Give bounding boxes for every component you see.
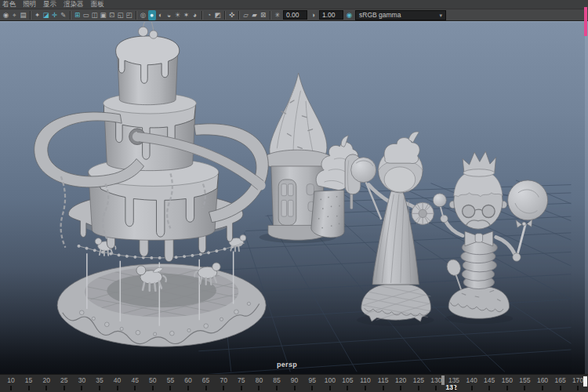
- view-transform-dropdown[interactable]: sRGB gamma ▾: [355, 10, 446, 20]
- timeline-tick-mark: [223, 386, 224, 390]
- timeline-tick-label: 30: [73, 376, 90, 384]
- select-camera-icon[interactable]: ◉: [2, 10, 10, 20]
- image-plane-icon[interactable]: ◪: [42, 10, 50, 20]
- resolution-gate-icon[interactable]: ◫: [91, 10, 99, 20]
- timeline-tick-label: 50: [144, 376, 162, 384]
- timeline-tick-mark: [524, 386, 525, 390]
- timeline-tick-label: 95: [303, 376, 321, 384]
- textured-display-icon[interactable]: ◐: [157, 10, 165, 20]
- timeline-tick-mark: [347, 386, 348, 390]
- grid-toggle-icon[interactable]: ⊞: [74, 10, 82, 20]
- menu-panels[interactable]: 面板: [91, 0, 104, 9]
- motion-blur-icon[interactable]: ◩: [214, 10, 222, 20]
- model-candy-king[interactable]: [433, 151, 547, 324]
- timeline-tick-label: 80: [250, 376, 267, 384]
- timeline-tick-mark: [45, 386, 47, 390]
- model-carousel-cake[interactable]: [34, 22, 269, 347]
- camera-name-label: persp: [277, 361, 297, 368]
- color-management-icon[interactable]: ◉: [346, 10, 354, 20]
- panel-edge-accent: [584, 7, 587, 36]
- toolbar-separator: [238, 11, 239, 20]
- timeline-tick-mark: [134, 386, 136, 390]
- toolbar-separator: [201, 11, 202, 20]
- viewport-3d[interactable]: persp: [0, 21, 588, 374]
- menu-show[interactable]: 显示: [43, 0, 56, 9]
- safe-title-icon[interactable]: ◰: [125, 10, 133, 20]
- toolbar-separator: [136, 11, 136, 20]
- panel-menu-bar: 着色照明显示渲染器面板: [0, 0, 588, 9]
- camera-attributes-icon[interactable]: ▤: [20, 10, 27, 20]
- time-slider[interactable]: 132 101520253035404550556065707580859095…: [0, 374, 588, 392]
- timeline-tick-label: 145: [481, 376, 498, 384]
- timeline-tick-mark: [453, 386, 455, 390]
- timeline-tick-mark: [258, 386, 260, 390]
- occlusion-icon[interactable]: ◔: [205, 10, 213, 20]
- copy-view-icon[interactable]: ▰: [251, 10, 259, 20]
- timeline-tick-label: 75: [233, 376, 250, 384]
- toolbar-separator: [30, 11, 31, 20]
- panel-toolbar: ◉⌖▤✦◪✛✎⊞▭◫▣⊡◱◰◎●◐◒☀✶◕◔◩✜▱▰⊠✳ 0.00 ◑ 1.00…: [0, 9, 588, 21]
- timeline-tick-label: 140: [463, 376, 481, 384]
- exposure-field[interactable]: 0.00: [283, 10, 307, 20]
- menu-shading[interactable]: 着色: [2, 0, 16, 9]
- bookmark-icon[interactable]: ✦: [34, 10, 42, 20]
- image-frame-icon[interactable]: ⊠: [260, 10, 267, 20]
- view-transform-value: sRGB gamma: [359, 11, 401, 20]
- field-chart-icon[interactable]: ⊡: [108, 10, 116, 20]
- timeline-tick-label: 125: [410, 376, 427, 384]
- timeline-tick-label: 25: [56, 376, 73, 384]
- timeline-tick-label: 20: [38, 376, 55, 384]
- timeline-tick-mark: [329, 386, 331, 390]
- timeline-tick-label: 115: [375, 376, 392, 384]
- current-frame-label: 132: [445, 383, 456, 391]
- viewport-canvas: [0, 22, 588, 374]
- timeline-tick-label: 40: [109, 376, 126, 384]
- isolate-select-icon[interactable]: ✜: [228, 10, 236, 20]
- timeline-tick-mark: [471, 386, 473, 390]
- timeline-tick-mark: [435, 386, 437, 390]
- film-gate-icon[interactable]: ▭: [82, 10, 90, 20]
- daisy-candy: [412, 202, 434, 224]
- wireframe-display-icon[interactable]: ◎: [140, 10, 147, 20]
- toolbar-icons: ◉⌖▤✦◪✛✎⊞▭◫▣⊡◱◰◎●◐◒☀✶◕◔◩✜▱▰⊠✳: [2, 10, 281, 20]
- timeline-tick-mark: [383, 386, 384, 390]
- timeline-tick-mark: [294, 386, 296, 390]
- timeline-tick-label: 105: [339, 376, 356, 384]
- grease-pencil-icon[interactable]: ✎: [60, 10, 67, 20]
- toolbar-separator: [224, 11, 225, 20]
- safe-action-icon[interactable]: ◱: [117, 10, 125, 20]
- menu-lighting[interactable]: 照明: [23, 0, 36, 9]
- chevron-down-icon: ▾: [439, 11, 442, 20]
- timeline-tick-label: 110: [357, 376, 374, 384]
- timeline-tick-mark: [28, 386, 30, 390]
- menu-renderer[interactable]: 渲染器: [64, 0, 84, 9]
- exposure-icon[interactable]: ✳: [274, 10, 281, 20]
- all-lights-icon[interactable]: ☀: [174, 10, 182, 20]
- gate-mask-icon[interactable]: ▣: [100, 10, 107, 20]
- timeline-tick-label: 155: [516, 376, 533, 384]
- timeline-tick-label: 135: [445, 376, 463, 384]
- gamma-icon[interactable]: ◑: [310, 10, 318, 20]
- timeline-tick-mark: [276, 386, 278, 390]
- timeline-tick-label: 45: [126, 376, 143, 384]
- timeline-tick-mark: [169, 386, 171, 390]
- timeline-tick-mark: [560, 386, 561, 390]
- timeline-tick-mark: [311, 386, 313, 390]
- timeline-tick-label: 15: [20, 376, 38, 384]
- snapshot-icon[interactable]: ▱: [242, 10, 250, 20]
- shadows-icon[interactable]: ◕: [191, 10, 199, 20]
- use-default-material-icon[interactable]: ◒: [165, 10, 173, 20]
- two-d-pan-zoom-icon[interactable]: ✛: [51, 10, 59, 20]
- gamma-field[interactable]: 1.00: [319, 10, 343, 20]
- shaded-display-icon[interactable]: ●: [148, 10, 156, 20]
- timeline-tick-mark: [418, 386, 419, 390]
- timeline-tick-mark: [152, 386, 154, 390]
- timeline-tick-mark: [81, 386, 82, 390]
- timeline-tick-mark: [488, 386, 490, 390]
- lock-camera-icon[interactable]: ⌖: [11, 10, 19, 20]
- timeline-tick-mark: [365, 386, 366, 390]
- default-light-icon[interactable]: ✶: [183, 10, 191, 20]
- timeline-tick-mark: [241, 386, 242, 390]
- timeline-tick-label: 150: [499, 376, 516, 384]
- timeline-tick-mark: [10, 386, 12, 390]
